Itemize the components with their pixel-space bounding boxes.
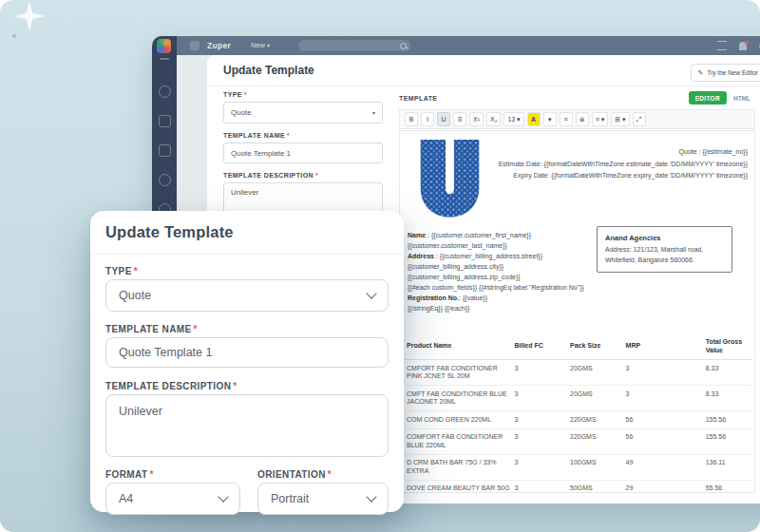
estimate-date-line: Estimate Date: {{formatDateWithTimeZone …	[499, 159, 748, 171]
topbar-actions	[717, 40, 760, 51]
subscript-button[interactable]: X₂	[486, 112, 501, 126]
type-label: TYPE*	[223, 91, 383, 98]
product-table: Product NameBilled FCPack SizeMRPTotal G…	[405, 333, 752, 493]
sparkle-dot	[12, 34, 16, 38]
template-name-label: TEMPLATE NAME*	[223, 132, 383, 139]
ordered-list-button[interactable]: ≣	[576, 112, 589, 126]
format-label: FORMAT*	[105, 469, 154, 480]
chevron-down-icon: ▾	[267, 43, 270, 48]
card-title: Update Template	[105, 223, 234, 241]
template-form: TYPE* Quote ▾ TEMPLATE NAME* Quote Templ…	[223, 91, 383, 228]
collapse-menu-icon[interactable]	[190, 41, 200, 50]
html-mode-button[interactable]: HTML	[731, 95, 753, 102]
document-icon[interactable]	[159, 115, 171, 127]
header-divider	[207, 86, 760, 86]
search-icon	[400, 43, 407, 49]
user-icon[interactable]	[159, 86, 171, 98]
agency-address-line1: Address: 121/123, Marshall road,	[605, 244, 724, 256]
new-menu-button[interactable]: New ▾	[251, 41, 270, 49]
product-table-row: COMFORT FAB CONDITIONER BLUE 220ML3220GM…	[405, 428, 752, 454]
fullscreen-button[interactable]: ⤢	[633, 112, 646, 126]
template-description-label: TEMPLATE DESCRIPTION*	[105, 381, 238, 391]
product-table-row: COM COND GREEN 220ML3220GMS56155.56	[405, 411, 752, 429]
agency-address-box: Anand Agencies Address: 121/123, Marshal…	[597, 226, 732, 273]
product-table-row: DOVE CREAM BEAUTY BAR 50G350GMS2955.56	[405, 480, 752, 493]
page-title: Update Template	[223, 64, 314, 77]
apps-grid-icon[interactable]	[717, 41, 727, 50]
try-new-editor-button[interactable]: ✎ Try the New Editor	[691, 64, 760, 82]
sparkle-icon	[13, 0, 46, 32]
product-table-row: D CRM BATH BAR 75G / 33% EXTRA3100GMS491…	[405, 454, 752, 480]
template-name-label: TEMPLATE NAME*	[105, 324, 198, 334]
orientation-select[interactable]: Portrait	[257, 483, 389, 515]
product-table-row: CMFT FAB CONDITIONER BLUE JACONET 20ML32…	[405, 386, 752, 411]
italic-button[interactable]: I	[421, 112, 434, 126]
unilever-logo	[408, 136, 491, 221]
underline-button[interactable]: U	[437, 112, 450, 126]
quote-number-line: Quote : {{estimate_no}}	[499, 146, 748, 159]
global-search-input[interactable]	[298, 40, 410, 51]
app-topbar: Zuper New ▾	[177, 36, 760, 55]
bold-button[interactable]: B	[405, 112, 418, 126]
font-size-select[interactable]: 13 ▾	[504, 112, 523, 126]
editor-toolbar: BIUSX¹X₂13 ▾A▾≡≣≡ ▾⊞ ▾⤢	[399, 109, 755, 129]
chevron-down-icon	[218, 491, 228, 502]
expiry-date-line: Expiry Date: {{formatDateWithTimeZone ex…	[499, 170, 748, 182]
template-name-input[interactable]: Quote Template 1	[223, 142, 383, 163]
template-name-input[interactable]: Quote Template 1	[105, 337, 389, 368]
text-color-caret-button[interactable]: ▾	[543, 112, 557, 126]
pencil-icon: ✎	[698, 69, 704, 77]
agency-address-line2: Whitefield, Bangalore 560066.	[605, 255, 724, 266]
editor-mode-button[interactable]: EDITOR	[689, 91, 727, 104]
template-label: TEMPLATE	[399, 95, 437, 102]
chevron-down-icon	[366, 288, 376, 298]
clock-icon[interactable]	[159, 174, 171, 186]
table-menu-button[interactable]: ⊞ ▾	[611, 112, 629, 126]
bullet-list-button[interactable]: ≡	[560, 112, 573, 126]
chevron-down-icon: ▾	[372, 109, 375, 116]
zuper-logo-icon[interactable]	[157, 39, 171, 53]
editor-canvas[interactable]: Quote : {{estimate_no}} Estimate Date: {…	[399, 130, 755, 493]
brand-name: Zuper	[207, 41, 231, 50]
template-description-label: TEMPLATE DESCRIPTION*	[223, 172, 383, 179]
text-color-button[interactable]: A	[527, 112, 541, 126]
template-description-input[interactable]: Unilever	[105, 394, 389, 457]
align-select-button[interactable]: ≡ ▾	[592, 112, 609, 126]
product-table-row: CMFORT FAB CONDITIONER PINK JCNET SL 20M…	[405, 360, 752, 386]
type-select[interactable]: Quote ▾	[223, 102, 383, 124]
card-divider	[90, 254, 404, 255]
strikethrough-button[interactable]: S	[453, 112, 466, 126]
type-label: TYPE*	[105, 266, 138, 276]
customer-placeholder-block: Name : {{customer.customer_first_name}}{…	[408, 230, 607, 314]
orientation-label: ORIENTATION*	[257, 469, 332, 480]
product-table-header: Product NameBilled FCPack SizeMRPTotal G…	[405, 333, 752, 360]
doc-header-lines: Quote : {{estimate_no}} Estimate Date: {…	[499, 146, 748, 182]
agency-name: Anand Agencies	[605, 233, 724, 244]
chevron-down-icon	[366, 491, 376, 502]
update-template-card: Update Template TYPE* Quote TEMPLATE NAM…	[90, 211, 404, 512]
notifications-bell-icon[interactable]	[739, 42, 747, 50]
format-select[interactable]: A4	[105, 483, 240, 515]
superscript-button[interactable]: X¹	[469, 112, 484, 126]
sidebar-divider	[160, 58, 169, 60]
type-select[interactable]: Quote	[105, 279, 389, 312]
screenshot-root: Zuper New ▾ Update Template ✎ Try the Ne…	[0, 0, 760, 532]
building-icon[interactable]	[159, 144, 171, 157]
editor-mode-toggle: EDITOR HTML	[689, 91, 753, 104]
